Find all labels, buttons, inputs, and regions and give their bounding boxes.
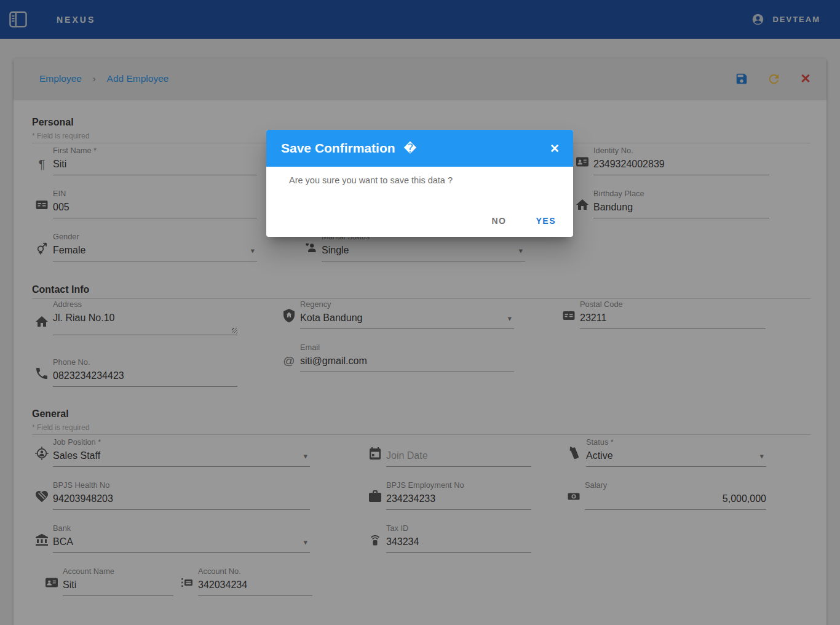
dialog-actions: NO YES — [490, 213, 557, 228]
app-root: NEXUS DEVTEAM Employee › Add Employee ✕ — [0, 0, 840, 625]
replacement-char-icon: � — [404, 141, 417, 156]
dialog-header: Save Confirmation � ✕ — [266, 130, 573, 167]
save-confirmation-dialog: Save Confirmation � ✕ Are you sure you w… — [266, 130, 573, 237]
no-button[interactable]: NO — [490, 213, 507, 228]
dialog-title: Save Confirmation — [281, 141, 395, 156]
dialog-message: Are you sure you want to save this data … — [289, 175, 453, 185]
modal-overlay[interactable] — [0, 0, 840, 625]
dialog-close-icon[interactable]: ✕ — [550, 141, 560, 156]
yes-button[interactable]: YES — [534, 213, 557, 228]
